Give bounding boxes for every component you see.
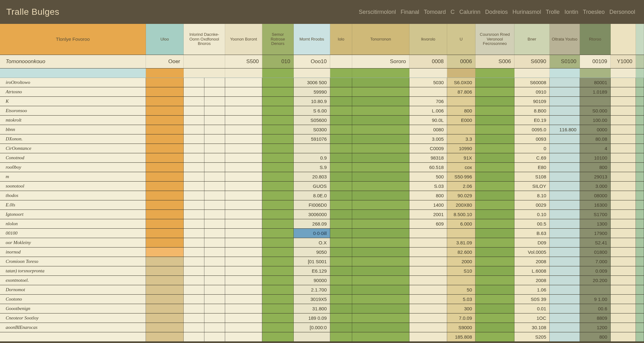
cell: 3019X5 xyxy=(294,295,330,304)
cell xyxy=(447,97,475,106)
cell xyxy=(184,210,225,219)
cell xyxy=(330,210,352,219)
cell xyxy=(550,78,580,87)
cell xyxy=(225,332,262,341)
totals-5: Ooo10 xyxy=(294,55,330,68)
cell xyxy=(352,323,409,332)
cell xyxy=(636,106,644,115)
cell xyxy=(352,276,409,285)
cell xyxy=(330,304,352,313)
cell xyxy=(475,191,514,200)
cell xyxy=(225,116,262,125)
cell xyxy=(611,276,636,285)
cell xyxy=(262,144,294,153)
cell xyxy=(636,144,644,153)
row-label: aoonBIEnarocas xyxy=(0,323,146,332)
col-5: Mornt Rroobs xyxy=(294,24,330,55)
cell xyxy=(352,332,409,341)
cell xyxy=(184,125,225,134)
cell: 591076 xyxy=(294,134,330,144)
cell xyxy=(611,332,636,341)
cell xyxy=(262,285,294,294)
row-label: inornod xyxy=(0,248,146,257)
cell: 0.009 xyxy=(580,266,611,275)
cell xyxy=(475,106,514,115)
cell: 17900 xyxy=(580,229,611,238)
cell xyxy=(550,163,580,172)
cell xyxy=(146,153,184,162)
cell xyxy=(409,313,447,323)
cell xyxy=(146,97,184,106)
cell xyxy=(184,87,225,96)
cell xyxy=(330,295,352,304)
cell xyxy=(611,200,636,210)
cell xyxy=(352,285,409,294)
cell: 0095.0 xyxy=(514,125,550,134)
cell xyxy=(184,285,225,294)
row-label: Etsoronsoo xyxy=(0,106,146,115)
cell xyxy=(146,210,184,219)
cell xyxy=(225,304,262,313)
cell: 0080 xyxy=(409,125,447,134)
cell xyxy=(475,323,514,332)
cell xyxy=(475,285,514,294)
cell xyxy=(636,285,644,294)
cell xyxy=(330,200,352,210)
cell xyxy=(550,97,580,106)
cell: S0.000 xyxy=(580,106,611,115)
totals-14: Y1000 xyxy=(611,55,636,68)
cell xyxy=(611,219,636,228)
totals-1: Ooer xyxy=(146,55,184,68)
cell: 1.06 xyxy=(514,285,550,294)
cell: S6.0X00 xyxy=(447,78,475,87)
cell xyxy=(475,238,514,247)
cell: S1700 xyxy=(580,210,611,219)
cell xyxy=(475,248,514,257)
cell: 60.518 xyxy=(409,163,447,172)
cell xyxy=(447,229,475,238)
cell xyxy=(146,323,184,332)
cell xyxy=(550,276,580,285)
cell xyxy=(330,125,352,134)
cell xyxy=(262,78,294,87)
cell xyxy=(262,172,294,181)
cell xyxy=(352,172,409,181)
row-label: m xyxy=(0,172,146,181)
cell: 7.0.09 xyxy=(447,313,475,323)
cell xyxy=(636,257,644,266)
row-label: Cootono xyxy=(0,295,146,304)
cell xyxy=(611,285,636,294)
cell xyxy=(475,304,514,313)
cell xyxy=(225,229,262,238)
cell: 90000 xyxy=(294,276,330,285)
cell xyxy=(262,248,294,257)
cell xyxy=(225,172,262,181)
cell xyxy=(184,116,225,125)
cell xyxy=(352,78,409,87)
cell: 1OC xyxy=(514,313,550,323)
cell xyxy=(409,87,447,96)
cell xyxy=(184,323,225,332)
cell: S60008 xyxy=(514,78,550,87)
cell xyxy=(352,125,409,134)
row-label: bbnn xyxy=(0,125,146,134)
cell: 800 xyxy=(447,106,475,115)
col-9: U xyxy=(447,24,475,55)
cell xyxy=(184,313,225,323)
cell: S10 xyxy=(447,266,475,275)
cell xyxy=(294,332,330,341)
cell xyxy=(184,182,225,191)
cell xyxy=(146,219,184,228)
cell: O.X xyxy=(294,238,330,247)
cell: 1.0189 xyxy=(580,87,611,96)
cell xyxy=(611,238,636,247)
cell xyxy=(146,116,184,125)
cell xyxy=(225,276,262,285)
cell xyxy=(330,266,352,275)
cell: GUOS xyxy=(294,182,330,191)
cell: 98318 xyxy=(409,153,447,162)
cell: 116.800 xyxy=(550,125,580,134)
cell xyxy=(636,323,644,332)
cell xyxy=(409,304,447,313)
cell xyxy=(636,153,644,162)
